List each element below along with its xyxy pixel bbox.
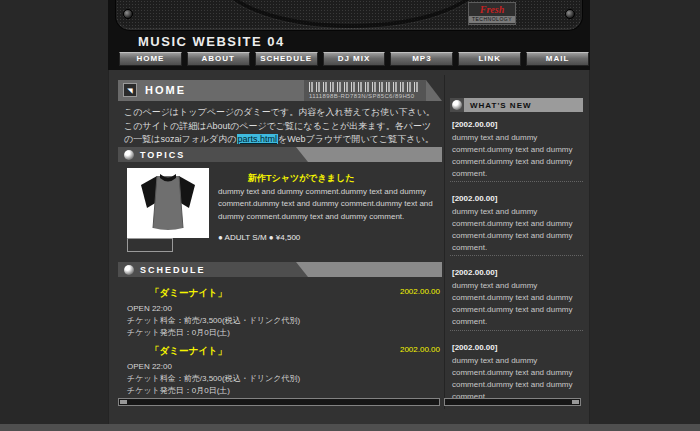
event-ticket-price: チケット料金：前売/3,500(税込・ドリンク代別) <box>127 315 437 327</box>
parts-html-link[interactable]: parts.html <box>237 134 279 144</box>
sidebar-footer-scrollbar[interactable] <box>444 398 581 406</box>
window-bottom-edge <box>0 424 700 431</box>
intro-text-after: をWebブラウザで開いてご覧下さい。 <box>278 134 434 144</box>
nav-mp3[interactable]: MP3 <box>390 52 453 66</box>
sphere-icon <box>124 265 134 275</box>
barcode-icon <box>309 82 421 92</box>
news-date: [2002.00.00] <box>452 343 582 352</box>
nav-djmix[interactable]: DJ MIX <box>323 52 386 66</box>
screw-icon-left <box>123 9 133 19</box>
dotted-divider <box>450 181 583 182</box>
topic-tag-placeholder <box>127 238 173 252</box>
scrollbar-knob[interactable] <box>572 400 579 404</box>
nav-link[interactable]: LINK <box>458 52 521 66</box>
nav-schedule[interactable]: SCHEDULE <box>255 52 318 66</box>
dotted-divider <box>450 255 583 256</box>
scrollbar-knob[interactable] <box>120 400 127 404</box>
tshirt-graphic <box>127 168 209 238</box>
home-section-header: ◥ HOME 1111898B-RD783N/SP85C6/89H50 <box>118 80 442 101</box>
whats-new-label: WHAT'S NEW <box>470 101 532 110</box>
news-date: [2002.00.00] <box>452 120 582 129</box>
sphere-icon <box>452 100 462 110</box>
event-title: 「ダミーナイト」 <box>150 345 227 358</box>
news-item: [2002.00.00] dummy text and dummy commen… <box>452 120 582 180</box>
event-details: OPEN 22:00 チケット料金：前売/3,500(税込・ドリンク代別) チケ… <box>127 361 437 397</box>
event-ticket-release: チケット発売日：0月0日(土) <box>127 385 437 397</box>
event-date: 2002.00.00 <box>400 287 440 300</box>
event-open-time: OPEN 22:00 <box>127 303 437 315</box>
news-body: dummy text and dummy comment.dummy text … <box>452 355 582 403</box>
tshirt-image <box>127 168 209 238</box>
home-section-label: HOME <box>145 84 186 96</box>
column-divider <box>444 75 445 409</box>
dotted-divider <box>450 330 583 331</box>
speaker-panel: Fresh TECHNOLOGY <box>115 0 583 31</box>
news-item: [2002.00.00] dummy text and dummy commen… <box>452 343 582 403</box>
screw-icon-right <box>565 9 575 19</box>
schedule-section-header: SCHEDULE <box>118 262 442 277</box>
nav-about[interactable]: ABOUT <box>187 52 250 66</box>
main-nav: HOME ABOUT SCHEDULE DJ MIX MP3 LINK MAIL <box>119 52 589 66</box>
header-band: Fresh TECHNOLOGY MUSIC WEBSITE 04 HOME A… <box>108 0 590 70</box>
intro-paragraph: このページはトップページのダミーです。内容を入れ替えてお使い下さい。このサイトの… <box>124 106 438 147</box>
topics-section-label: TOPICS <box>140 150 185 160</box>
news-body: dummy text and dummy comment.dummy text … <box>452 280 582 328</box>
schedule-section-label: SCHEDULE <box>140 265 206 275</box>
event-ticket-release: チケット発売日：0月0日(土) <box>127 327 437 339</box>
nav-home[interactable]: HOME <box>119 52 182 66</box>
topic-body: dummy text and dummy comment.dummy text … <box>218 186 442 223</box>
barcode-decoration: 1111898B-RD783N/SP85C6/89H50 <box>304 80 426 101</box>
topics-section-header: TOPICS <box>118 147 442 162</box>
brand-badge: Fresh TECHNOLOGY <box>468 2 516 25</box>
sphere-icon <box>124 150 134 160</box>
news-date: [2002.00.00] <box>452 268 582 277</box>
news-body: dummy text and dummy comment.dummy text … <box>452 132 582 180</box>
site-title: MUSIC WEBSITE 04 <box>138 34 285 49</box>
event-open-time: OPEN 22:00 <box>127 361 437 373</box>
news-item: [2002.00.00] dummy text and dummy commen… <box>452 194 582 254</box>
brand-sub-text: TECHNOLOGY <box>469 16 515 23</box>
brand-logo-text: Fresh <box>469 3 515 16</box>
event-title: 「ダミーナイト」 <box>150 287 227 300</box>
event-ticket-price: チケット料金：前売/3,500(税込・ドリンク代別) <box>127 373 437 385</box>
event-details: OPEN 22:00 チケット料金：前売/3,500(税込・ドリンク代別) チケ… <box>127 303 437 339</box>
barcode-text: 1111898B-RD783N/SP85C6/89H50 <box>309 93 415 99</box>
event-row: 「ダミーナイト」 2002.00.00 <box>118 287 442 300</box>
topic-title: 新作Tシャツができました <box>248 172 354 185</box>
nav-mail[interactable]: MAIL <box>526 52 589 66</box>
whats-new-header-tip <box>450 98 464 112</box>
event-row: 「ダミーナイト」 2002.00.00 <box>118 345 442 358</box>
speaker-cone <box>216 0 486 28</box>
news-date: [2002.00.00] <box>452 194 582 203</box>
home-icon: ◥ <box>123 83 137 97</box>
main-footer-scrollbar[interactable] <box>118 398 440 406</box>
whats-new-header: WHAT'S NEW <box>450 98 583 112</box>
news-body: dummy text and dummy comment.dummy text … <box>452 206 582 254</box>
topic-price-spec: ● ADULT S/M ● ¥4,500 <box>218 233 300 242</box>
event-date: 2002.00.00 <box>400 345 440 358</box>
news-item: [2002.00.00] dummy text and dummy commen… <box>452 268 582 328</box>
page: Fresh TECHNOLOGY MUSIC WEBSITE 04 HOME A… <box>0 0 700 431</box>
